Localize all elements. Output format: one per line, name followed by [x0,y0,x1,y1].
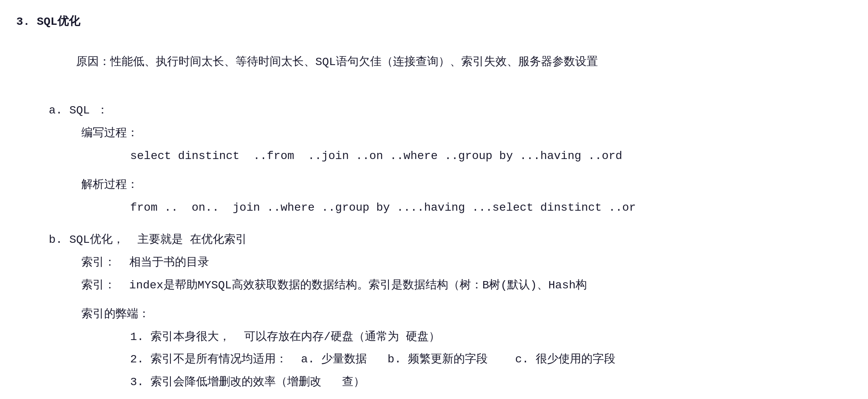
dis-item-1: 1. 索引本身很大， 可以存放在内存/硬盘（通常为 硬盘） [130,327,852,347]
parse-process-code: from .. on.. join ..where ..group by ...… [130,198,852,218]
write-process-label: 编写过程： [81,124,852,143]
dis-item-3: 3. 索引会降低增删改的效率（增删改 查） [130,373,852,392]
part-a-label: a. SQL ： [49,101,852,120]
reason-text: 性能低、执行时间太长、等待时间太长、SQL语句欠佳（连接查询）、索引失效、服务器… [110,56,598,68]
parse-process-label: 解析过程： [81,175,852,195]
page-content: 3. SQL优化 原因：性能低、执行时间太长、等待时间太长、SQL语句欠佳（连接… [16,12,852,399]
part-b-label: b. SQL优化， 主要就是 在优化索引 [49,230,852,250]
reason-label: 原因： [76,56,110,68]
dis-item-2: 2. 索引不是所有情况均适用： a. 少量数据 b. 频繁更新的字段 c. 很少… [130,350,852,369]
section-title: 3. SQL优化 [16,12,852,32]
write-process-code: select dinstinct ..from ..join ..on ..wh… [130,146,852,166]
disadvantage-label: 索引的弊端： [81,305,852,324]
index-label-2: 索引： index是帮助MYSQL高效获取数据的数据结构。索引是数据结构（树：B… [81,276,852,295]
reason-line: 原因：性能低、执行时间太长、等待时间太长、SQL语句欠佳（连接查询）、索引失效、… [49,33,852,92]
index-label-1: 索引： 相当于书的目录 [81,253,852,273]
